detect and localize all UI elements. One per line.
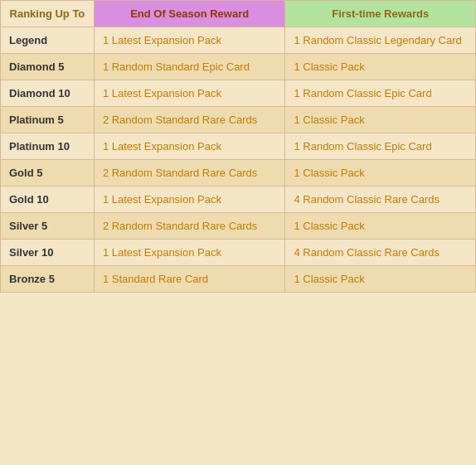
eos-cell: 1 Random Standard Epic Card [94,54,285,80]
header-first: First-time Rewards [285,1,476,27]
table-row: Silver 101 Latest Expansion Pack4 Random… [1,240,476,266]
rank-cell: Silver 5 [1,213,95,240]
table-row: Legend1 Latest Expansion Pack1 Random Cl… [1,27,476,54]
rank-cell: Diamond 10 [1,80,95,107]
first-cell: 1 Random Classic Epic Card [285,133,476,160]
table-row: Diamond 51 Random Standard Epic Card1 Cl… [1,54,476,80]
rank-cell: Diamond 5 [1,54,95,80]
first-cell: 4 Random Classic Rare Cards [285,186,476,213]
first-cell: 1 Classic Pack [285,160,476,186]
rank-cell: Silver 10 [1,240,95,266]
eos-cell: 1 Standard Rare Card [94,266,285,293]
rank-cell: Gold 5 [1,160,95,186]
rank-cell: Platinum 10 [1,133,95,160]
eos-cell: 1 Latest Expansion Pack [94,80,285,107]
rewards-table: Ranking Up To End Of Season Reward First… [0,0,476,293]
first-cell: 1 Classic Pack [285,213,476,240]
rank-cell: Legend [1,27,95,54]
first-cell: 1 Classic Pack [285,266,476,293]
eos-cell: 1 Latest Expansion Pack [94,27,285,54]
eos-cell: 1 Latest Expansion Pack [94,133,285,160]
first-cell: 1 Random Classic Legendary Card [285,27,476,54]
eos-cell: 1 Latest Expansion Pack [94,186,285,213]
table-row: Platinum 52 Random Standard Rare Cards1 … [1,107,476,133]
header-eos: End Of Season Reward [94,1,285,27]
eos-cell: 2 Random Standard Rare Cards [94,213,285,240]
rank-cell: Bronze 5 [1,266,95,293]
rank-cell: Platinum 5 [1,107,95,133]
first-cell: 1 Random Classic Epic Card [285,80,476,107]
first-cell: 1 Classic Pack [285,54,476,80]
eos-cell: 2 Random Standard Rare Cards [94,160,285,186]
eos-cell: 2 Random Standard Rare Cards [94,107,285,133]
rank-cell: Gold 10 [1,186,95,213]
table-row: Gold 101 Latest Expansion Pack4 Random C… [1,186,476,213]
first-cell: 1 Classic Pack [285,107,476,133]
table-row: Platinum 101 Latest Expansion Pack1 Rand… [1,133,476,160]
table-row: Silver 52 Random Standard Rare Cards1 Cl… [1,213,476,240]
table-row: Gold 52 Random Standard Rare Cards1 Clas… [1,160,476,186]
table-row: Bronze 51 Standard Rare Card1 Classic Pa… [1,266,476,293]
table-row: Diamond 101 Latest Expansion Pack1 Rando… [1,80,476,107]
eos-cell: 1 Latest Expansion Pack [94,240,285,266]
first-cell: 4 Random Classic Rare Cards [285,240,476,266]
header-rank: Ranking Up To [1,1,95,27]
